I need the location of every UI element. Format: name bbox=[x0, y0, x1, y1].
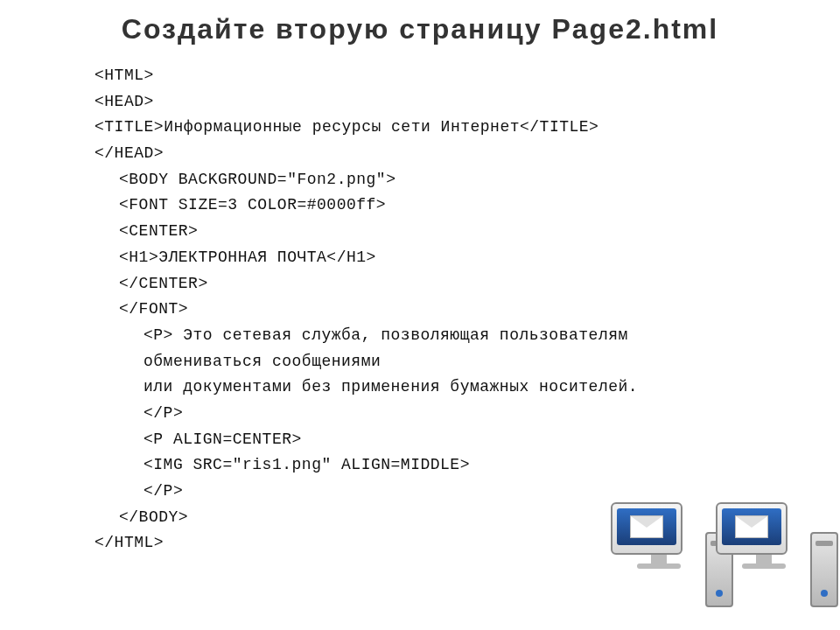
envelope-icon bbox=[630, 515, 663, 538]
computer-icon bbox=[716, 502, 812, 607]
code-line: обмениваться сообщениями bbox=[94, 349, 840, 375]
code-line: <HEAD> bbox=[94, 89, 840, 116]
code-line: <HTML> bbox=[94, 63, 840, 89]
code-line: <CENTER> bbox=[94, 219, 840, 245]
code-line: или документами без применения бумажных … bbox=[94, 374, 840, 401]
title-text: Информационные ресурсы сети Интернет bbox=[164, 118, 520, 136]
tag-h1-open: <H1> bbox=[119, 248, 158, 266]
tag-title-close: </TITLE> bbox=[520, 118, 598, 136]
code-line: <BODY BACKGROUND="Fon2.png"> bbox=[94, 167, 840, 193]
tag-h1-close: </H1> bbox=[326, 248, 376, 266]
code-line: <H1>ЭЛЕКТРОННАЯ ПОЧТА</H1> bbox=[94, 245, 840, 271]
code-line: </HEAD> bbox=[94, 141, 840, 167]
code-line: </CENTER> bbox=[94, 271, 840, 298]
code-line: </P> bbox=[94, 401, 840, 427]
tag-title-open: <TITLE> bbox=[94, 118, 164, 136]
h1-text: ЭЛЕКТРОННАЯ ПОЧТА bbox=[158, 248, 326, 266]
slide-title: Создайте вторую страницу Page2.html bbox=[0, 0, 840, 63]
code-block: <HTML> <HEAD> <TITLE>Информационные ресу… bbox=[0, 63, 840, 556]
computer-icon bbox=[611, 502, 707, 607]
computers-illustration bbox=[611, 485, 812, 607]
code-line: <FONT SIZE=3 COLOR=#0000ff> bbox=[94, 192, 840, 219]
code-line: </FONT> bbox=[94, 297, 840, 323]
code-line: <P ALIGN=CENTER> bbox=[94, 427, 840, 453]
code-line: <P> Это сетевая служба, позволяющая поль… bbox=[94, 323, 840, 349]
code-line: <IMG SRC="ris1.png" ALIGN=MIDDLE> bbox=[94, 452, 840, 479]
code-line: <TITLE>Информационные ресурсы сети Интер… bbox=[94, 115, 840, 141]
envelope-icon bbox=[735, 515, 768, 538]
